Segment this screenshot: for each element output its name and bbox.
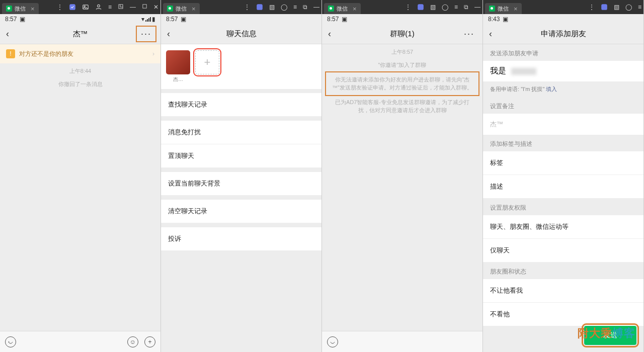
group-chat-content: 上午8:57 "你邀请"加入了群聊 你无法邀请未添加你为好友的用户进去群聊，请先… xyxy=(322,44,482,331)
section-label: 添加标签与描述 xyxy=(483,135,643,151)
fill-link[interactable]: 填入 xyxy=(546,86,557,92)
voice-icon[interactable] xyxy=(5,336,16,347)
clock: 8:57 xyxy=(327,16,339,23)
wechat-icon xyxy=(489,6,495,12)
svg-rect-6 xyxy=(257,4,263,10)
wifi-icon: ▾ xyxy=(141,16,144,23)
more-button[interactable]: ··· xyxy=(460,27,478,41)
setting-search-history[interactable]: 查找聊天记录 xyxy=(161,93,321,117)
svg-rect-8 xyxy=(601,4,607,10)
add-member-button[interactable]: + xyxy=(195,50,219,74)
browser-tab[interactable]: 微信× xyxy=(324,3,361,14)
back-icon[interactable]: ‹ xyxy=(165,27,172,41)
app-icon[interactable] xyxy=(256,4,263,11)
group-title: 群聊(1) xyxy=(390,29,414,39)
app-icon[interactable] xyxy=(69,4,76,11)
tab-label: 微信 xyxy=(15,5,26,13)
clock: 8:43 xyxy=(488,16,500,23)
phone-status-bar: 8:57▣ xyxy=(161,14,321,24)
chat-navbar: ‹ 杰™ ··· xyxy=(0,24,160,44)
more-button[interactable]: ··· xyxy=(136,26,156,42)
priv-hide-my[interactable]: 不让他看我 xyxy=(483,279,643,303)
svg-point-3 xyxy=(98,5,100,7)
gallery-icon[interactable]: ▧ xyxy=(269,4,275,11)
user-icon[interactable]: ◯ xyxy=(281,4,287,11)
browser-tab[interactable]: 微信 × xyxy=(2,3,39,14)
notif-icon: ▣ xyxy=(20,16,25,23)
section-label: 设置备注 xyxy=(483,97,643,114)
section-label: 朋友圈和状态 xyxy=(483,262,643,279)
browser-tab[interactable]: 微信× xyxy=(163,3,200,14)
setting-mute[interactable]: 消息免打扰 xyxy=(161,121,321,144)
setting-report[interactable]: 投诉 xyxy=(161,227,321,251)
window-titlebar: 微信 × ⋮ ≡ — ✕ xyxy=(0,0,160,14)
chat-input-bar: ☺ + xyxy=(0,331,160,352)
phone-status-bar: 8:57 ▣ ▾ ▮ xyxy=(0,14,160,24)
add-friend-navbar: ‹ 申请添加朋友 xyxy=(483,24,643,44)
member-avatar-wrap[interactable]: 杰… xyxy=(166,50,190,83)
setting-background[interactable]: 设置当前聊天背景 xyxy=(161,172,321,196)
system-message-verify[interactable]: 你无法邀请未添加你为好友的用户进去群聊，请先向"杰™"发送朋友验证申请。对方通过… xyxy=(325,71,479,96)
tab-close-icon[interactable]: × xyxy=(31,5,35,13)
window-titlebar: 微信× ⋮▧◯≡⧉— xyxy=(322,0,482,14)
maximize-icon[interactable] xyxy=(142,4,147,11)
recall-message: 你撤回了一条消息 xyxy=(0,79,160,90)
perm-full[interactable]: 聊天、朋友圈、微信运动等 xyxy=(483,215,643,239)
close-icon[interactable]: ✕ xyxy=(153,4,158,11)
clock: 8:57 xyxy=(166,16,178,23)
remark-input[interactable]: 杰™ xyxy=(483,114,643,135)
wechat-icon xyxy=(6,6,12,12)
request-text-row[interactable]: 我是 xyxy=(483,61,643,81)
popout-icon[interactable]: ⧉ xyxy=(303,4,307,11)
tab-close-icon[interactable]: × xyxy=(514,5,518,13)
plus-icon[interactable]: + xyxy=(144,336,155,347)
message-timestamp: 上午8:57 xyxy=(322,44,482,60)
phone-status-bar: 8:43▣ xyxy=(483,14,643,24)
wechat-icon xyxy=(167,6,173,12)
warning-icon: ! xyxy=(6,49,15,58)
system-message-join: "你邀请"加入了群聊 xyxy=(322,60,482,70)
setting-pin[interactable]: 置顶聊天 xyxy=(161,144,321,168)
svg-point-2 xyxy=(84,6,85,7)
perm-chat-only[interactable]: 仅聊天 xyxy=(483,239,643,262)
svg-rect-5 xyxy=(143,5,146,8)
chat-content: 上午8:44 你撤回了一条消息 xyxy=(0,63,160,331)
blurred-name xyxy=(511,68,536,75)
minimize-icon[interactable]: — xyxy=(130,4,136,11)
chevron-right-icon: › xyxy=(152,50,154,57)
browser-tab[interactable]: 微信× xyxy=(485,3,522,14)
svg-rect-7 xyxy=(418,4,424,10)
tag-row[interactable]: 标签 xyxy=(483,151,643,175)
desc-row[interactable]: 描述 xyxy=(483,175,643,199)
avatar-label: 杰… xyxy=(166,76,190,83)
chat-input-bar xyxy=(322,331,482,352)
app-icon[interactable] xyxy=(417,4,424,11)
section-label: 设置朋友权限 xyxy=(483,199,643,215)
gallery-icon[interactable] xyxy=(82,4,89,11)
menu-icon[interactable]: ⋮ xyxy=(57,4,63,11)
signal-icon xyxy=(145,17,151,22)
priv-hide-their[interactable]: 不看他 xyxy=(483,303,643,326)
user-icon[interactable] xyxy=(95,4,102,11)
back-icon[interactable]: ‹ xyxy=(326,27,333,41)
app-icon[interactable] xyxy=(601,4,608,11)
emoji-icon[interactable]: ☺ xyxy=(127,336,138,347)
add-friend-content: 发送添加朋友申请 我是 备用申请语: "I'm 抚摸" 填入 设置备注 杰™ 添… xyxy=(483,44,643,352)
warning-text: 对方还不是你的朋友 xyxy=(19,50,73,58)
list-icon[interactable]: ≡ xyxy=(108,4,112,11)
popout-icon[interactable] xyxy=(118,4,124,11)
send-button[interactable]: 发送 xyxy=(584,326,636,345)
page-title: 聊天信息 xyxy=(226,29,257,39)
page-title: 申请添加朋友 xyxy=(541,29,586,39)
section-label: 发送添加朋友申请 xyxy=(483,44,643,61)
tab-close-icon[interactable]: × xyxy=(353,5,357,13)
wechat-icon xyxy=(328,6,334,12)
tab-close-icon[interactable]: × xyxy=(192,5,196,13)
back-icon[interactable]: ‹ xyxy=(487,27,494,41)
not-friend-banner[interactable]: ! 对方还不是你的朋友 › xyxy=(0,44,160,63)
setting-clear[interactable]: 清空聊天记录 xyxy=(161,200,321,223)
back-icon[interactable]: ‹ xyxy=(4,27,11,41)
voice-icon[interactable] xyxy=(327,336,338,347)
window-controls: ⋮ ≡ — ✕ xyxy=(57,4,158,11)
phone-status-bar: 8:57▣ xyxy=(322,14,482,24)
